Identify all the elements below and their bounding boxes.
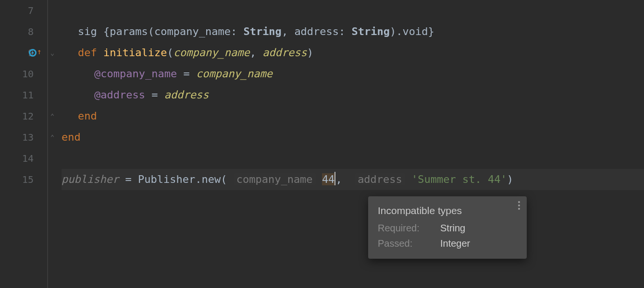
line-number[interactable]: 14 (0, 148, 47, 169)
line-number[interactable]: 12 (0, 106, 47, 127)
code-line[interactable] (62, 148, 644, 169)
inspection-title: Incompatible types (378, 203, 518, 218)
line-number[interactable]: 15 (0, 169, 47, 190)
line-gutter: 7 8 9 ↑ 10 11 12 13 14 15 (0, 0, 48, 288)
overriding-method-icon[interactable]: ↑ (29, 49, 42, 57)
code-line[interactable]: end (62, 106, 644, 127)
error-highlight: 44 (322, 173, 335, 185)
param-hint: address (355, 173, 405, 185)
code-line[interactable] (62, 0, 644, 21)
code-line[interactable]: def initialize(company_name, address) (62, 42, 644, 63)
fold-end-icon[interactable]: ⌃ (49, 134, 56, 141)
line-number[interactable]: 11 (0, 84, 47, 106)
param-hint: company_name (234, 173, 316, 185)
more-actions-icon[interactable] (518, 201, 520, 210)
fold-toggle-icon[interactable]: ⌄ (49, 49, 56, 56)
code-line[interactable]: @company_name = company_name (62, 63, 644, 84)
fold-end-icon[interactable]: ⌃ (49, 113, 56, 120)
inspection-row: Passed: Integer (378, 236, 518, 251)
line-number[interactable]: 10 (0, 63, 47, 84)
code-line[interactable]: end (62, 127, 644, 148)
inspection-tooltip: Incompatible types Required: String Pass… (368, 196, 527, 259)
inspection-row: Required: String (378, 220, 518, 236)
line-number[interactable]: 7 (0, 0, 47, 21)
code-line[interactable]: sig {params(company_name: String, addres… (62, 21, 644, 42)
fold-column: ⌄ ⌃ ⌃ (48, 0, 58, 288)
line-number[interactable]: 8 (0, 21, 47, 42)
code-line[interactable]: publisher = Publisher.new( company_name … (62, 169, 644, 190)
code-editor: 7 8 9 ↑ 10 11 12 13 14 15 ⌄ ⌃ ⌃ sig {par… (0, 0, 644, 288)
line-number[interactable]: 13 (0, 127, 47, 148)
line-number[interactable]: 9 ↑ (0, 42, 47, 63)
code-area[interactable]: sig {params(company_name: String, addres… (58, 0, 644, 288)
code-line[interactable]: @address = address (62, 84, 644, 106)
